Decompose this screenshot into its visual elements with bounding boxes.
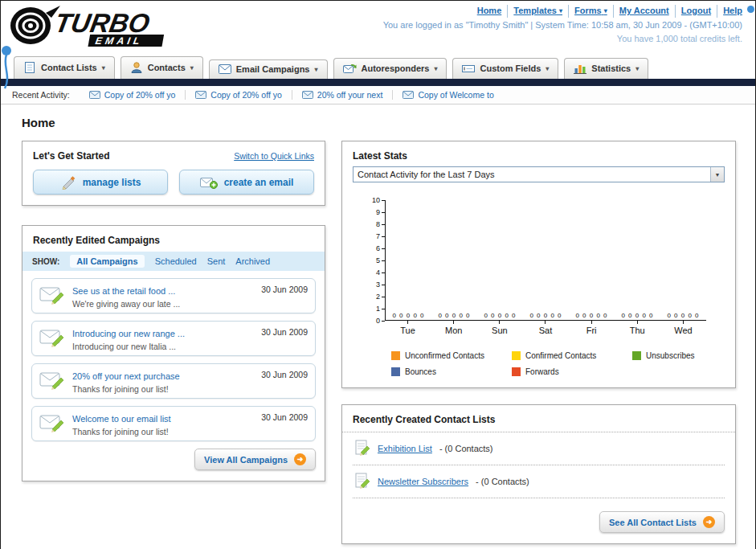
- contact-activity-chart: 012345678910 0 0 0 0 00 0 0 0 00 0 0 0 0…: [353, 200, 725, 376]
- tab-contact-lists[interactable]: Contact Lists ▾: [14, 56, 115, 79]
- x-tick-label: Sat: [522, 321, 568, 335]
- tab-statistics[interactable]: Statistics ▾: [564, 58, 648, 79]
- arrow-right-icon: ➜: [294, 453, 306, 465]
- campaigns-title: Recently Edited Campaigns: [22, 226, 325, 252]
- recent-activity-item[interactable]: Copy of Welcome to: [393, 90, 503, 100]
- recent-activity-item[interactable]: 20% off your next: [292, 90, 394, 100]
- recent-activity-label: Recent Activity:: [12, 90, 70, 100]
- login-info-text: You are logged in as "Timothy Smith" | S…: [383, 19, 742, 32]
- filter-tab-scheduled[interactable]: Scheduled: [155, 256, 197, 266]
- x-tick-label: Wed: [660, 321, 706, 335]
- series-value-labels: 0 0 0 0 0: [621, 312, 653, 319]
- view-all-campaigns-button[interactable]: View All Campaigns ➜: [194, 449, 316, 470]
- chart-x-labels: TueMonSunSatFriThuWed: [385, 321, 706, 335]
- y-tick-label: 4: [376, 268, 385, 277]
- series-value-labels: 0 0 0 0 0: [392, 312, 424, 319]
- switch-quick-links-link[interactable]: Switch to Quick Links: [234, 151, 314, 161]
- legend-item: Unsubscribes: [632, 351, 753, 360]
- recent-activity-item[interactable]: Copy of 20% off yo: [80, 90, 186, 100]
- legend-label: Confirmed Contacts: [525, 351, 596, 360]
- manage-lists-button[interactable]: manage lists: [33, 170, 168, 195]
- turbo-email-logo: TURBO EMAIL: [9, 3, 218, 51]
- filter-tab-sent[interactable]: Sent: [207, 256, 226, 266]
- edit-campaign-icon: [39, 284, 65, 308]
- legend-swatch: [391, 351, 400, 360]
- chart-plot: 0 0 0 0 00 0 0 0 00 0 0 0 00 0 0 0 00 0 …: [385, 200, 706, 321]
- campaign-row[interactable]: 20% off your next purchaseThanks for joi…: [31, 363, 316, 399]
- chart-legend: Unconfirmed ContactsConfirmed ContactsUn…: [391, 351, 756, 376]
- caret-down-icon: ▾: [559, 7, 562, 14]
- select-arrow-icon: ▼: [710, 167, 724, 182]
- legend-swatch: [632, 351, 641, 360]
- series-value-labels: 0 0 0 0 0: [529, 312, 562, 319]
- tab-email-campaigns[interactable]: Email Campaigns ▾: [209, 59, 328, 79]
- see-all-contact-lists-button[interactable]: See All Contact Lists ➜: [599, 511, 725, 533]
- legend-item: Confirmed Contacts: [512, 351, 632, 360]
- edit-list-icon: [354, 440, 370, 457]
- envelope-icon: [403, 91, 414, 99]
- filter-tab-all-campaigns[interactable]: All Campaigns: [70, 255, 144, 268]
- campaign-row[interactable]: See us at the retail food ...We're givin…: [31, 278, 316, 313]
- series-value-labels: 0 0 0 0 0: [667, 312, 699, 319]
- x-tick-label: Tue: [385, 321, 431, 335]
- y-tick-label: 1: [376, 305, 385, 313]
- latest-stats-title: Latest Stats: [342, 141, 735, 166]
- campaign-title-link[interactable]: Introducing our new range ...: [72, 329, 185, 338]
- bar-chart-icon: [574, 63, 586, 74]
- chart-group: 0 0 0 0 0: [431, 312, 477, 320]
- tab-custom-fields[interactable]: Custom Fields ▾: [452, 58, 558, 79]
- y-tick-label: 8: [376, 220, 385, 228]
- nav-help-link[interactable]: Help: [717, 5, 742, 18]
- nav-templates-link[interactable]: Templates ▾: [507, 5, 562, 18]
- contact-list-link[interactable]: Newsletter Subscribers: [378, 477, 468, 486]
- envelope-icon: [195, 91, 206, 99]
- contact-lists-icon: [23, 61, 36, 74]
- series-value-labels: 0 0 0 0 0: [438, 312, 470, 319]
- campaign-title-link[interactable]: Welcome to our email list: [72, 414, 171, 424]
- campaign-title-link[interactable]: 20% off your next purchase: [72, 371, 180, 381]
- contact-list-row[interactable]: Exhibition List - (0 Contacts): [353, 432, 725, 465]
- campaign-date: 30 Jun 2009: [261, 412, 308, 422]
- chart-group: 0 0 0 0 0: [477, 312, 523, 320]
- campaign-title-link[interactable]: See us at the retail food ...: [72, 286, 175, 296]
- campaign-subtitle: Introducing our new Italia ...: [72, 342, 261, 351]
- nav-forms-link[interactable]: Forms ▾: [568, 5, 607, 18]
- campaign-subtitle: Thanks for joining our list!: [72, 427, 261, 436]
- legend-item: Bounces: [391, 367, 512, 376]
- contact-list-link[interactable]: Exhibition List: [378, 444, 432, 453]
- recent-activity-item[interactable]: Copy of 20% off yo: [186, 90, 292, 100]
- decoration-swoosh: [1, 45, 14, 90]
- new-email-icon: [200, 176, 218, 189]
- nav-logout-link[interactable]: Logout: [675, 5, 711, 18]
- campaigns-panel: Recently Edited Campaigns SHOW: All Camp…: [22, 225, 325, 481]
- legend-label: Unsubscribes: [646, 351, 695, 360]
- caret-down-icon: ▾: [102, 64, 105, 72]
- nav-my-account-link[interactable]: My Account: [613, 5, 669, 18]
- contact-lists-title: Recently Created Contact Lists: [342, 405, 735, 432]
- nav-home-link[interactable]: Home: [477, 5, 502, 18]
- legend-item: Unconfirmed Contacts: [391, 351, 512, 360]
- chart-y-axis: 012345678910: [367, 200, 385, 321]
- caret-down-icon: ▾: [190, 64, 194, 72]
- y-tick-label: 2: [376, 293, 385, 301]
- legend-label: Bounces: [405, 367, 436, 376]
- tab-autoresponders[interactable]: Autoresponders ▾: [333, 58, 447, 79]
- tab-contacts[interactable]: Contacts ▾: [121, 56, 203, 79]
- caret-down-icon: ▾: [635, 65, 639, 72]
- recent-activity-bar: Recent Activity: Copy of 20% off yo Copy…: [1, 86, 755, 104]
- app-window: TURBO EMAIL Home Templates ▾ Forms ▾ My …: [0, 0, 756, 549]
- edit-campaign-icon: [39, 369, 65, 393]
- y-tick-label: 7: [376, 232, 385, 240]
- stats-period-select[interactable]: Contact Activity for the Last 7 Days ▼: [353, 166, 725, 182]
- contact-list-count: - (0 Contacts): [476, 477, 529, 486]
- filter-tab-archived[interactable]: Archived: [235, 256, 270, 266]
- campaign-row[interactable]: Introducing our new range ...Introducing…: [31, 321, 316, 356]
- y-tick-label: 3: [376, 281, 385, 289]
- x-tick-label: Sun: [476, 321, 522, 335]
- chart-group: 0 0 0 0 0: [615, 312, 660, 320]
- logo-text-email: EMAIL: [94, 35, 143, 47]
- create-email-button[interactable]: create an email: [179, 170, 314, 195]
- contact-list-row[interactable]: Newsletter Subscribers - (0 Contacts): [353, 465, 725, 498]
- campaign-row[interactable]: Welcome to our email listThanks for join…: [31, 406, 316, 441]
- logo-graphic: TURBO EMAIL: [9, 3, 218, 48]
